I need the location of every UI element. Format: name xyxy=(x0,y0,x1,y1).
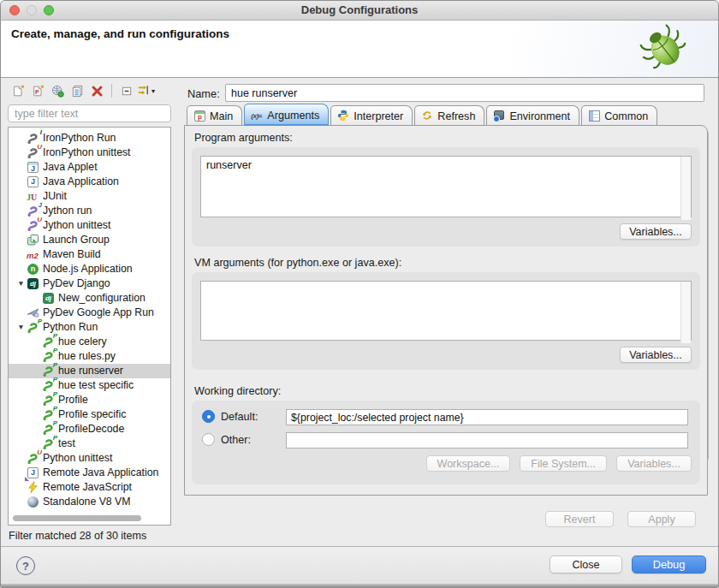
tree-item-pydev-google-app-run[interactable]: PyDev Google App Run xyxy=(9,306,170,320)
tree-item-hue-rules-py[interactable]: Phue rules.py xyxy=(9,349,170,364)
tree-item-label: ProfileDecode xyxy=(58,422,124,437)
working-directory-group: Default: Other: Workspace...File System.… xyxy=(192,401,700,484)
program-arguments-scrollbar[interactable] xyxy=(680,157,691,220)
tree-item-launch-group[interactable]: Launch Group xyxy=(9,233,170,247)
tree-item-label: Maven Build xyxy=(43,247,101,262)
tree-item-profile-specific[interactable]: PProfile specific xyxy=(9,407,170,422)
filter-launch-configurations-button[interactable]: ▾ xyxy=(138,83,155,99)
refresh-icon xyxy=(421,110,434,122)
tree-item-pydev-django[interactable]: ▼djPyDev Django xyxy=(9,276,170,291)
help-button[interactable]: ? xyxy=(16,556,35,575)
vm-arguments-scrollbar[interactable] xyxy=(680,282,691,343)
program-arguments-label: Program arguments: xyxy=(194,132,293,144)
java-applet-icon: J xyxy=(27,161,39,174)
file-system-button[interactable]: File System... xyxy=(520,455,607,472)
collapse-all-icon xyxy=(121,85,134,98)
tree-item-label: Node.js Application xyxy=(43,262,133,276)
interpreter-icon xyxy=(337,110,350,122)
tab-bar: pMain(x)=ArgumentsInterpreterRefreshEnvi… xyxy=(184,104,657,126)
vm-arguments-group: Variables... xyxy=(192,272,700,370)
tree-item-hue-test-specific[interactable]: Phue test specific xyxy=(9,378,170,393)
tab-label: Main xyxy=(210,110,233,122)
tree-item-standalone-v8-vm[interactable]: Standalone V8 VM xyxy=(9,495,170,509)
tree-item-remote-java-application[interactable]: JRemote Java Application xyxy=(9,466,170,480)
tree-item-test[interactable]: Ptest xyxy=(9,437,170,451)
new-prototype-icon: P xyxy=(32,85,45,98)
other-directory-input[interactable] xyxy=(286,432,688,448)
default-directory-input[interactable] xyxy=(286,409,688,425)
tree-item-java-application[interactable]: JJava Application xyxy=(9,175,170,189)
tab-environment[interactable]: Environment xyxy=(486,105,579,126)
export-launch-configurations-button[interactable] xyxy=(49,83,66,99)
tree-item-profiledecode[interactable]: PProfileDecode xyxy=(9,422,170,437)
tree-item-maven-build[interactable]: m2Maven Build xyxy=(9,247,170,262)
tree-horizontal-scrollbar[interactable] xyxy=(13,515,141,521)
configurations-toolbar: P▾ xyxy=(9,82,155,99)
tab-label: Common xyxy=(604,110,648,122)
dialog-button-bar: ? Close Debug xyxy=(1,547,718,587)
svg-text:P: P xyxy=(34,89,39,95)
tree-item-label: Remote Java Application xyxy=(43,466,158,480)
tree-item-label: hue runserver xyxy=(58,364,123,378)
program-arguments-textarea[interactable]: runserver xyxy=(200,156,692,217)
tree-item-ironpython-run[interactable]: IIronPython Run xyxy=(9,131,170,146)
tree-item-remote-javascript[interactable]: Remote JavaScript xyxy=(9,480,170,495)
tree-item-label: Python unittest xyxy=(43,451,112,466)
tree-item-label: New_configuration xyxy=(58,291,146,306)
other-radio[interactable] xyxy=(202,433,215,446)
title-bar: Debug Configurations xyxy=(1,1,718,21)
tree-item-label: Standalone V8 VM xyxy=(43,495,131,509)
django-config-icon: dj xyxy=(42,292,55,305)
apply-button[interactable]: Apply xyxy=(627,511,696,527)
tree-item-label: Launch Group xyxy=(43,233,110,247)
delete-launch-configuration-button[interactable] xyxy=(88,83,105,99)
tree-item-label: PyDev Google App Run xyxy=(43,306,154,320)
expanded-arrow-icon[interactable]: ▼ xyxy=(15,320,27,335)
variables-button[interactable]: Variables... xyxy=(616,455,692,472)
tab-main[interactable]: pMain xyxy=(187,105,242,126)
new-launch-configuration-button[interactable] xyxy=(9,83,27,99)
vm-arguments-variables-button[interactable]: Variables... xyxy=(620,347,692,363)
filter-input[interactable] xyxy=(8,104,171,122)
tree-item-jython-run[interactable]: JJython run xyxy=(9,204,170,218)
tab-arguments[interactable]: (x)=Arguments xyxy=(244,104,329,126)
tree-item-junit[interactable]: JUJUnit xyxy=(9,189,170,204)
debug-button[interactable]: Debug xyxy=(632,555,706,573)
vm-arguments-textarea[interactable] xyxy=(200,281,692,341)
revert-button[interactable]: Revert xyxy=(545,511,614,527)
new-launch-prototype-button[interactable]: P xyxy=(29,83,46,99)
tab-common[interactable]: Common xyxy=(581,105,657,126)
name-input[interactable] xyxy=(225,84,704,102)
tree-item-python-unittest[interactable]: UPython unittest xyxy=(9,451,170,466)
tree-item-label: Java Applet xyxy=(43,160,98,175)
delete-icon xyxy=(91,85,104,98)
tab-interpreter[interactable]: Interpreter xyxy=(330,105,413,126)
java-application-icon: J xyxy=(27,175,39,188)
program-arguments-variables-button[interactable]: Variables... xyxy=(620,223,692,240)
tree-item-jython-unittest[interactable]: UJython unittest xyxy=(9,218,170,233)
tree-item-profile[interactable]: PProfile xyxy=(9,393,170,407)
tree-item-hue-celery[interactable]: Phue celery xyxy=(9,335,170,349)
common-icon xyxy=(588,110,601,122)
tab-refresh[interactable]: Refresh xyxy=(414,105,484,126)
dropdown-arrow-icon: ▾ xyxy=(152,87,155,95)
export-config-icon xyxy=(51,85,64,98)
remote-java-icon: J xyxy=(27,466,39,479)
tree-item-python-run[interactable]: ▼PPython Run xyxy=(9,320,170,335)
tree-item-node-js-application[interactable]: nNode.js Application xyxy=(9,262,170,276)
workspace-button[interactable]: Workspace... xyxy=(426,455,511,472)
tree-item-label: hue celery xyxy=(58,335,107,349)
ironpython-unittest-icon: U xyxy=(27,146,39,159)
tree-item-label: Profile xyxy=(58,393,88,407)
default-radio[interactable] xyxy=(202,410,215,423)
collapse-all-button[interactable] xyxy=(118,83,135,99)
tree-item-java-applet[interactable]: JJava Applet xyxy=(9,160,170,175)
expanded-arrow-icon[interactable]: ▼ xyxy=(15,276,27,291)
tree-item-new-configuration[interactable]: djNew_configuration xyxy=(9,291,170,306)
duplicate-launch-configuration-button[interactable] xyxy=(68,83,86,99)
close-button[interactable]: Close xyxy=(550,555,622,573)
dialog-header-title: Create, manage, and run configurations xyxy=(11,27,229,40)
tree-item-ironpython-unittest[interactable]: UIronPython unittest xyxy=(9,146,170,160)
tree-item-hue-runserver[interactable]: Phue runserver xyxy=(9,364,170,378)
default-radio-label: Default: xyxy=(221,411,258,423)
